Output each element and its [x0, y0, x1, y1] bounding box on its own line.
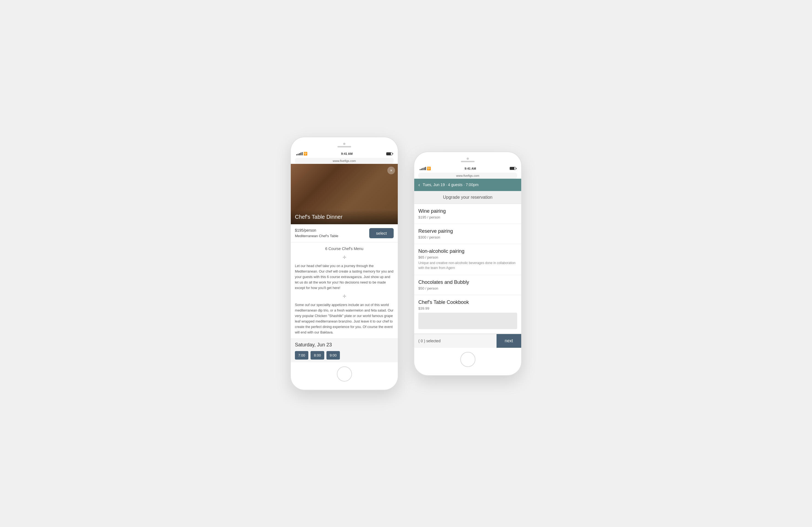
- phone-top-bar-2: [414, 158, 521, 165]
- signal-dot-2-5: [425, 167, 426, 170]
- speaker-1: [337, 146, 351, 147]
- signal-dot-2-2: [421, 169, 422, 170]
- status-left-1: 🛜: [296, 152, 307, 156]
- food-title: Chef's Table Dinner: [295, 214, 394, 220]
- time-slots: 7:00 8:00 9:00: [291, 351, 398, 362]
- next-button[interactable]: next: [496, 334, 521, 348]
- phone-content-1: Chef's Table Dinner × $195/person Medite…: [291, 164, 398, 362]
- status-right-2: [510, 167, 516, 170]
- divider-cross-1: ✛: [295, 254, 394, 261]
- upgrade-price-wine: $195 / person: [418, 215, 517, 219]
- speaker-2: [461, 161, 475, 162]
- time-slot-1[interactable]: 7:00: [295, 351, 308, 359]
- status-bar-1: 🛜 9:41 AM: [291, 150, 398, 157]
- upgrade-item-wine[interactable]: Wine pairing $195 / person: [414, 204, 521, 224]
- battery-icon-2: [510, 167, 516, 170]
- signal-dot-4: [300, 153, 301, 155]
- phone-2: 🛜 9:41 AM www.fivefigs.com ‹ Tues, Jun 1…: [414, 152, 521, 375]
- divider-cross-2: ✛: [295, 293, 394, 300]
- reservation-date: Tues, Jun 19 · 4 guests · 7:00pm: [423, 183, 478, 187]
- status-right-1: [386, 152, 392, 155]
- phone-content-2: ‹ Tues, Jun 19 · 4 guests · 7:00pm Upgra…: [414, 179, 521, 348]
- upgrade-desc-nonalc: Unique and creative non-alcoholic bevera…: [418, 260, 517, 270]
- upgrade-item-nonalc[interactable]: Non-alcoholic pairing $65 / person Uniqu…: [414, 244, 521, 275]
- bottom-bar: ( 0 ) selected next: [414, 334, 521, 348]
- upgrade-title-bar: Upgrade your reservation: [414, 191, 521, 204]
- food-overlay: Chef's Table Dinner: [291, 210, 398, 224]
- url-bar-2: www.fivefigs.com: [418, 173, 517, 179]
- menu-name: Mediterranean Chef's Table: [295, 233, 338, 239]
- upgrade-name-reserve: Reserve pairing: [418, 228, 517, 234]
- home-button-1[interactable]: [337, 367, 352, 382]
- battery-fill-1: [387, 153, 391, 155]
- upgrade-price-choc: $50 / person: [418, 286, 517, 290]
- upgrade-name-cookbook: Chef's Table Cookbook: [418, 299, 517, 305]
- time-slot-3[interactable]: 9:00: [327, 351, 340, 359]
- signal-dot-2: [298, 154, 299, 155]
- signal-icon-2: [420, 167, 426, 170]
- upgrade-price-cookbook: $39.99: [418, 306, 517, 311]
- price-value: $195/person: [295, 228, 338, 233]
- time-2: 9:41 AM: [465, 167, 476, 170]
- date-bar: Saturday, Jun 23: [291, 339, 398, 351]
- upgrade-price-nonalc: $65 / person: [418, 255, 517, 259]
- battery-icon-1: [386, 152, 392, 155]
- upgrade-item-cookbook[interactable]: Chef's Table Cookbook $39.99: [414, 295, 521, 334]
- phone-top-bar-1: [291, 143, 398, 150]
- menu-para-1: Let our head chef take you on a journey …: [295, 263, 394, 291]
- time-1: 9:41 AM: [341, 152, 353, 155]
- signal-dot-1: [296, 154, 297, 155]
- status-bar-2: 🛜 9:41 AM: [414, 165, 521, 172]
- signal-dot-5: [302, 152, 303, 155]
- selected-count: ( 0 ) selected: [414, 334, 496, 347]
- price-info: $195/person Mediterranean Chef's Table: [295, 228, 338, 239]
- select-button[interactable]: select: [369, 228, 394, 238]
- menu-para-2: Some ouf our speciality appetizers inclu…: [295, 302, 394, 335]
- menu-section: 6 Course Chef's Menu ✛ Let our head chef…: [291, 242, 398, 339]
- home-button-2[interactable]: [460, 352, 475, 367]
- battery-fill-2: [510, 167, 514, 170]
- signal-dot-2-1: [420, 169, 421, 170]
- wifi-icon-1: 🛜: [303, 152, 307, 156]
- signal-dot-2-3: [422, 168, 423, 170]
- status-left-2: 🛜: [420, 167, 431, 170]
- upgrade-item-reserve[interactable]: Reserve pairing $300 / person: [414, 224, 521, 244]
- camera-2: [467, 158, 469, 160]
- food-image: Chef's Table Dinner ×: [291, 164, 398, 224]
- back-arrow[interactable]: ‹: [418, 182, 420, 188]
- reservation-header: ‹ Tues, Jun 19 · 4 guests · 7:00pm: [414, 179, 521, 191]
- upgrade-item-choc[interactable]: Chocolates and Bubbly $50 / person: [414, 275, 521, 295]
- upgrade-name-nonalc: Non-alcoholic pairing: [418, 248, 517, 254]
- upgrade-name-wine: Wine pairing: [418, 208, 517, 214]
- select-row: $195/person Mediterranean Chef's Table s…: [291, 224, 398, 242]
- signal-dot-2-4: [424, 168, 425, 170]
- cookbook-preview-image: [418, 313, 517, 329]
- time-slot-2[interactable]: 8:00: [310, 351, 324, 359]
- upgrade-name-choc: Chocolates and Bubbly: [418, 280, 517, 285]
- upgrade-price-reserve: $300 / person: [418, 235, 517, 239]
- camera-1: [343, 143, 345, 145]
- course-title: 6 Course Chef's Menu: [295, 246, 394, 252]
- wifi-icon-2: 🛜: [427, 167, 431, 170]
- signal-dot-3: [299, 153, 300, 155]
- signal-icon: [296, 152, 303, 155]
- phone-1: 🛜 9:41 AM www.fivefigs.com Chef's Table …: [291, 137, 398, 389]
- url-bar-1: www.fivefigs.com: [295, 158, 394, 164]
